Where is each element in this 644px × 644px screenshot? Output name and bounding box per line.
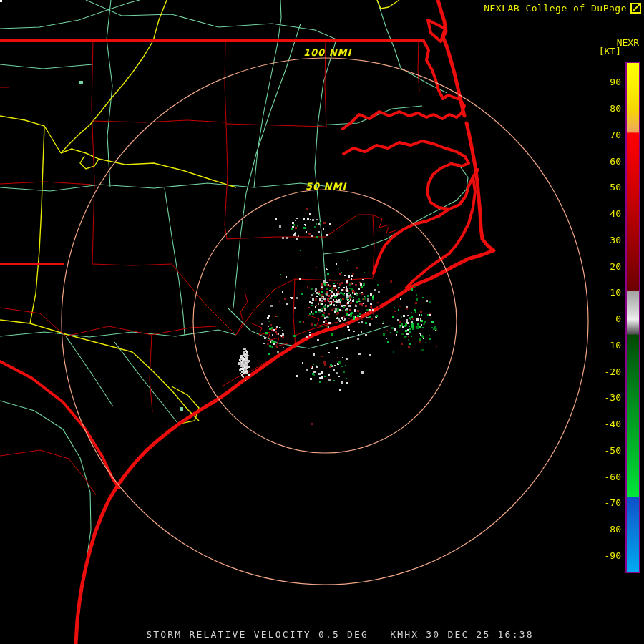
colorbar-tick-label: 30 [600, 235, 621, 245]
colorbar-tick-label: -70 [600, 497, 621, 508]
colorbar-tick-label: 20 [600, 261, 621, 272]
colorbar-tick-label: -50 [600, 445, 621, 456]
colorbar-tick-label: 50 [600, 182, 621, 192]
colorbar-tick-label: -30 [600, 392, 621, 403]
colorbar-tick-label: 90 [600, 77, 621, 87]
colorbar-tick-label: -60 [600, 472, 621, 482]
colorbar-tick-label: -80 [600, 524, 621, 535]
product-title: STORM RELATIVE VELOCITY 0.5 DEG - KMHX 3… [18, 629, 644, 640]
colorbar-tick-label: 40 [600, 208, 621, 219]
header: NEXLAB-College of DuPage [484, 3, 641, 14]
ring-label-50nmi: 50 NMI [306, 181, 346, 192]
colorbar-tick-label: 80 [600, 103, 621, 114]
colorbar-tick-label: 0 [600, 313, 621, 324]
colorbar-tick-label: -20 [600, 366, 621, 377]
brand-text: NEXLAB-College of DuPage [484, 3, 627, 14]
colorbar-units-label: [KT] [599, 46, 621, 57]
colorbar-tick-label: -10 [600, 340, 621, 351]
radar-display: 100 NMI 50 NMI NEXLAB-College of DuPage … [0, 0, 644, 644]
colorbar-tick-label: 10 [600, 287, 621, 298]
colorbar-tick-label: 60 [600, 156, 621, 167]
velocity-colorbar [625, 62, 640, 573]
colorbar-tick-label: -40 [600, 419, 621, 429]
radar-velocity-data [0, 0, 644, 644]
colorbar-tick-label: -90 [600, 550, 621, 561]
ring-label-100nmi: 100 NMI [303, 47, 351, 58]
cod-logo-icon [630, 3, 641, 14]
corner-pixel [0, 0, 2, 2]
colorbar-tick-label: 70 [600, 130, 621, 140]
